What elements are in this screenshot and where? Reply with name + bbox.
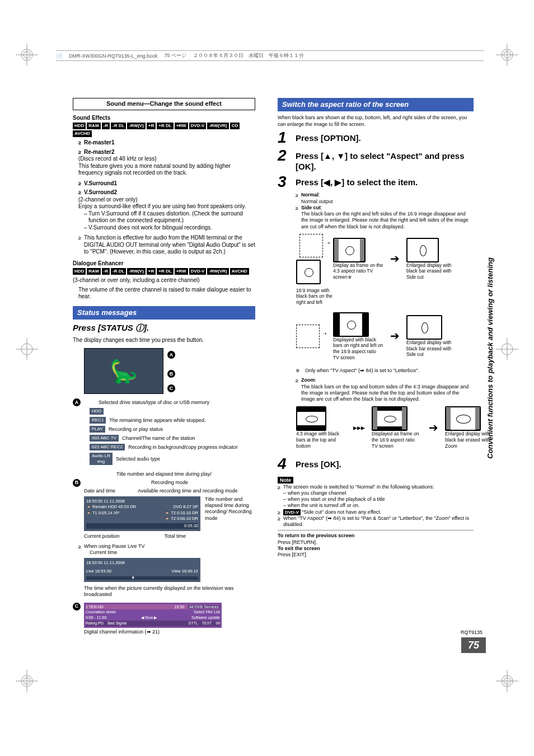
hdmi-note: This function is effective for audio fro… (78, 234, 255, 256)
vsurround-sub1: Turn V.Surround off if it causes distort… (78, 210, 255, 224)
format-tag: +RW (175, 123, 188, 129)
format-tag: -R DL (111, 268, 126, 275)
dinosaur-icon: 🦕 (110, 357, 138, 385)
remaster2: Re-master2 (78, 149, 255, 156)
caption-d169f: Displayed as frame on the 16:9 aspect ra… (372, 431, 422, 449)
file-name: DMR-XW300GN-RQT9135-L_eng.book (69, 53, 158, 59)
format-tag: +R DL (157, 123, 173, 129)
format-tag: -RW(V) (127, 268, 146, 275)
zoom-text: The black bars on the top and bottom sid… (296, 384, 474, 403)
remaster-note: (Discs record at 48 kHz or less) (78, 156, 255, 163)
step-2-text: Press [▲, ▼] to select "Aspect" and pres… (296, 148, 474, 172)
exit-text: Press [EXIT]. (278, 552, 474, 558)
label-a3: Recording or play status (109, 426, 163, 433)
arrow-icon: ➔ (390, 329, 400, 343)
crop-mark-icon (496, 670, 518, 694)
caption-c169: 16:9 image with black bars on the right … (296, 288, 335, 306)
label-a5: Recording in background/copy progress in… (128, 444, 238, 450)
marker-b-icon: B (167, 370, 175, 378)
note1: The screen mode is switched to "Normal" … (278, 484, 474, 490)
vsurround-sub2: V.Surround does not work for bilingual r… (78, 224, 255, 232)
current-time-label: Current time (90, 550, 255, 556)
format-tag: +RW (175, 268, 188, 275)
format-tag: -R (102, 268, 110, 275)
format-tag: +R (147, 268, 156, 275)
remaster-desc: This feature gives you a more natural so… (78, 163, 255, 177)
crop-mark-icon (16, 44, 38, 68)
osd-position: 0:35.32 (86, 523, 198, 529)
crop-mark-icon (16, 670, 38, 694)
note1a: when you change channel (278, 490, 474, 496)
vsurround1: V.Surround1 (78, 180, 255, 187)
format-tag: RAM (87, 123, 100, 129)
return-heading: To return to the previous screen (278, 533, 354, 538)
arrow-icon: ▸▸▸ (353, 423, 365, 433)
status-messages-bar: Status messages (73, 306, 255, 320)
broadcast-note: The time when the picture currently disp… (84, 585, 255, 598)
book-icon: 📄 (56, 53, 62, 59)
step-3-number: 3 (278, 174, 291, 190)
format-tag: AVCHD (230, 268, 249, 275)
step-1-text: Press [OPTION]. (296, 130, 361, 144)
rqt-code: RQT9135 (461, 630, 483, 635)
step-3-text: Press [◀, ▶] to select the item. (296, 174, 418, 188)
file-date: ２００８年４月３０日 水曜日 午後６時１１分 (193, 52, 304, 59)
marker-b-icon: B (73, 479, 81, 487)
format-tag: -RW(VR) (207, 123, 228, 129)
format-tag: HDD (73, 268, 86, 275)
aspect-footnote: ※ Only when "TV Aspect" (➡ 84) is set to… (296, 368, 474, 374)
caption-c43: 4:3 image with black bars at the top and… (296, 431, 346, 449)
marker-a-icon: A (167, 351, 175, 359)
format-tag: +R DL (157, 268, 173, 275)
remaster1: Re-master1 (78, 139, 255, 147)
step-4-number: 4 (278, 456, 291, 472)
format-tags: HDD RAM -R -R DL -RW(V) +R +R DL +RW DVD… (73, 123, 255, 137)
file-header: 📄 DMR-XW300GN-RQT9135-L_eng.book 75 ページ … (56, 50, 484, 61)
crop-mark-icon (496, 338, 518, 363)
label-a2: The remaining time appears while stopped… (109, 417, 205, 424)
caption-eside: Enlarged display with black bar erased w… (406, 262, 457, 280)
aspect-intro: When black bars are shown at the top, bo… (278, 115, 474, 128)
sound-effects-heading: Sound Effects (73, 115, 255, 122)
sound-menu-title: Sound menu—Change the sound effect (73, 98, 255, 110)
crop-mark-icon (16, 338, 38, 363)
note1b: when you start or end the playback of a … (278, 496, 474, 503)
zoom-heading: Zoom (301, 377, 315, 383)
normal-text: Normal output (296, 199, 474, 205)
format-tag: -R DL (111, 123, 126, 129)
sidecut-heading: Side cut (301, 205, 321, 210)
marker-a-icon: A (73, 398, 81, 406)
b-right-label: Title number and elapsed time during rec… (205, 496, 255, 522)
osd-rec2: 022 ABC REC2 (90, 444, 125, 450)
side-tab-label: Convenient functions to playback and vie… (486, 257, 494, 459)
current-position-label: Current position (84, 533, 120, 539)
aspect-ratio-bar: Switch the aspect ratio of the screen (278, 98, 474, 111)
osd-audio: Audio LR eng (90, 453, 113, 465)
page-spec: 75 ページ (165, 52, 187, 59)
normal-heading: Normal (301, 192, 318, 198)
note2a: "Side cut" does not have any effect. (302, 509, 381, 515)
caption-d43: Display as frame on the 4:3 aspect ratio… (333, 262, 383, 280)
left-column: Sound menu—Change the sound effect Sound… (73, 98, 255, 635)
format-tag: -RW(VR) (207, 268, 228, 275)
dialogue-note1: (3-channel or over only, including a cen… (73, 277, 255, 284)
dialogue-note2: The volume of the centre channel is rais… (73, 287, 255, 300)
digital-channel-info: Digital channel information (➡ 21) (84, 629, 255, 635)
vsurround2: V.Surround2 (78, 189, 255, 196)
format-tag: DVD-V (189, 268, 207, 275)
right-column: Switch the aspect ratio of the screen Wh… (278, 98, 474, 635)
b-dt-label: Date and time (84, 488, 115, 494)
format-tags-b: HDD RAM -R -R DL -RW(V) +R +R DL +RW DVD… (73, 268, 255, 275)
step-1-number: 1 (278, 130, 291, 145)
osd-panel-b: 18:53:50 11.11.2008 📼 Remain HDD 45:53 D… (84, 496, 200, 532)
marker-c-icon: C (167, 384, 175, 392)
osd-panel-pause: 18:53:50 11.11.2008 Live 18:53.50View 18… (84, 558, 200, 582)
step-4-text: Press [OK]. (296, 456, 341, 470)
osd-hdd: HDD (90, 408, 104, 415)
format-tag: -RW(V) (127, 123, 146, 129)
vsurround-desc: Enjoy a surround-like effect if you are … (78, 203, 255, 210)
format-tag: RAM (87, 268, 100, 275)
format-tag: CD (230, 123, 240, 129)
osd-play: PLAY (90, 426, 105, 433)
return-text: Press [RETURN]. (278, 539, 474, 546)
